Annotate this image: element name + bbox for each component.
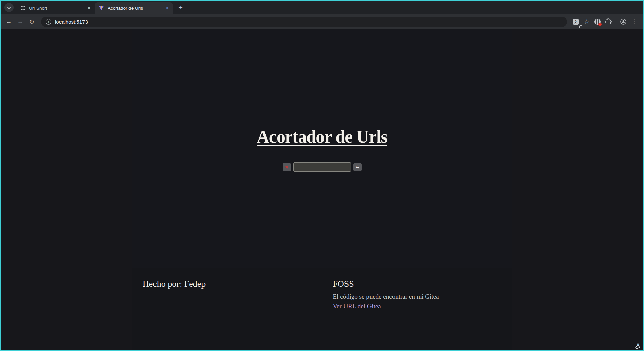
bottom-empty-section [132, 320, 512, 350]
profile-avatar-icon[interactable] [618, 16, 629, 27]
translate-icon[interactable]: 文 [570, 16, 581, 27]
back-icon[interactable]: ← [3, 16, 15, 27]
tab-search-button[interactable] [4, 3, 14, 12]
footer-section: Hecho por: Fedep FOSS El código se puede… [132, 268, 512, 320]
url-input[interactable] [293, 162, 351, 172]
url-text: localhost:5173 [55, 19, 88, 25]
gitea-link[interactable]: Ver URL del Gitea [333, 303, 381, 310]
reload-icon[interactable]: ↻ [26, 16, 38, 27]
mouse-cursor-icon [634, 342, 641, 349]
tab-title: Acortador de Urls [108, 6, 164, 11]
close-icon[interactable]: × [86, 5, 92, 11]
submit-button[interactable]: ↪ [353, 163, 362, 171]
chevron-down-icon [7, 5, 11, 9]
extensions-puzzle-icon[interactable] [603, 16, 614, 27]
close-icon[interactable]: × [164, 5, 170, 11]
bookmark-star-icon[interactable]: ☆ [581, 16, 592, 27]
footer-made-by: Hecho por: Fedep [132, 268, 322, 320]
hero-section: Acortador de Urls ✖ ↪ [132, 29, 512, 268]
extension-badger-icon[interactable]: × [592, 16, 603, 27]
new-tab-button[interactable]: + [176, 3, 185, 12]
tab-strip: Url Short × Acortador de Urls × + [1, 1, 643, 14]
tab-title: Url Short [29, 6, 86, 11]
vite-bolt-icon [99, 5, 104, 11]
globe-icon [20, 5, 26, 11]
extension-badge: × [598, 23, 602, 26]
footer-foss: FOSS El código se puede encontrar en mi … [322, 268, 512, 320]
site-info-icon[interactable]: i [46, 19, 51, 25]
shorten-form: ✖ ↪ [283, 162, 362, 172]
toolbar-separator [616, 19, 616, 25]
tab-acortador[interactable]: Acortador de Urls × [95, 2, 173, 14]
made-by-text: Hecho por: Fedep [143, 279, 311, 289]
page-content: Acortador de Urls ✖ ↪ Hecho por: Fedep F… [1, 29, 643, 350]
menu-kebab-icon[interactable]: ⋮ [629, 16, 640, 27]
browser-window: Url Short × Acortador de Urls × + ← → ↻ … [0, 0, 644, 351]
foss-title: FOSS [333, 279, 502, 289]
clear-button[interactable]: ✖ [283, 163, 291, 171]
page-title: Acortador de Urls [257, 127, 387, 147]
tab-url-short[interactable]: Url Short × [16, 2, 95, 14]
foss-text: El código se puede encontrar en mi Gitea [333, 293, 502, 300]
content-column: Acortador de Urls ✖ ↪ Hecho por: Fedep F… [132, 29, 512, 350]
address-bar[interactable]: i localhost:5173 [41, 17, 567, 27]
forward-icon[interactable]: → [15, 16, 26, 27]
browser-toolbar: ← → ↻ i localhost:5173 文 ☆ × [1, 14, 643, 29]
